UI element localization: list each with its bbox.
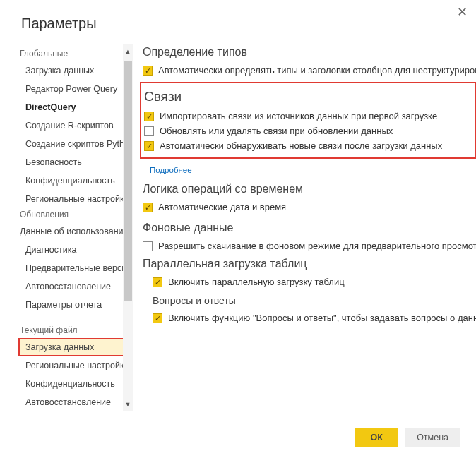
section-time-logic: Логика операций со временем — [143, 181, 476, 200]
checkbox-background-download[interactable] — [143, 241, 153, 251]
scrollbar-thumb[interactable] — [124, 61, 132, 301]
nav-header-current-file: Текущий файл — [18, 321, 133, 338]
nav-item-usage[interactable]: Данные об использовании — [18, 222, 133, 241]
cancel-button[interactable]: Отмена — [405, 428, 460, 447]
opt-parallel-load: ✓ Включить параллельную загрузку таблиц — [143, 275, 476, 289]
opt-background-download: Разрешить скачивание в фоновом режиме дл… — [143, 239, 476, 253]
opt-qna: ✓ Включить функцию "Вопросы и ответы", ч… — [143, 311, 476, 325]
link-relations-more[interactable]: Подробнее — [143, 162, 476, 181]
nav-item-diagnostics[interactable]: Диагностика — [18, 241, 133, 259]
nav-item-file-autorecover[interactable]: Автовосстановление — [18, 393, 133, 411]
nav-item-updates[interactable]: Обновления — [18, 208, 133, 222]
dialog-title: Параметры — [0, 0, 476, 44]
chevron-down-icon[interactable]: ▼ — [124, 399, 132, 410]
nav-item-privacy[interactable]: Конфиденциальность — [18, 171, 133, 190]
checkbox-parallel-load[interactable]: ✓ — [153, 277, 162, 287]
opt-update-relations: Обновлять или удалять связи при обновлен… — [144, 123, 472, 138]
close-icon[interactable]: ✕ — [457, 6, 468, 18]
section-qna: Вопросы и ответы — [143, 289, 476, 311]
section-type-detection: Определение типов — [143, 44, 476, 63]
nav-item-autorecover[interactable]: Автовосстановление — [18, 277, 133, 296]
nav-item-data-load[interactable]: Загрузка данных — [18, 61, 133, 80]
opt-auto-detect-types: ✓ Автоматически определять типы и заголо… — [143, 63, 476, 78]
nav-item-directquery[interactable]: DirectQuery — [18, 98, 133, 116]
opt-auto-datetime: ✓ Автоматические дата и время — [143, 200, 476, 215]
opt-import-relations: ✓ Импортировать связи из источников данн… — [144, 109, 472, 123]
label-autodetect-relations: Автоматически обнаруживать новые связи п… — [160, 140, 442, 151]
dialog-footer: ОК Отмена — [355, 428, 460, 447]
nav-item-python-scripts[interactable]: Создание скриптов Python — [18, 135, 133, 153]
relations-highlight: Связи ✓ Импортировать связи из источнико… — [140, 82, 476, 159]
nav-item-file-privacy[interactable]: Конфиденциальность — [18, 375, 133, 393]
nav-item-security[interactable]: Безопасность — [18, 153, 133, 171]
label-auto-datetime: Автоматические дата и время — [158, 202, 286, 212]
opt-autodetect-relations: ✓ Автоматически обнаруживать новые связи… — [144, 138, 472, 153]
label-auto-detect-types: Автоматически определять типы и заголовк… — [158, 65, 476, 76]
nav-item-file-regional[interactable]: Региональные настройки — [18, 356, 133, 375]
checkbox-qna[interactable]: ✓ — [153, 313, 162, 323]
nav-item-pq-editor[interactable]: Редактор Power Query — [18, 80, 133, 98]
nav-item-preview[interactable]: Предварительные версии функций — [18, 259, 133, 277]
nav-item-r-scripts[interactable]: Создание R-скриптов — [18, 116, 133, 135]
label-import-relations: Импортировать связи из источников данных… — [160, 111, 437, 121]
section-relations: Связи — [144, 88, 472, 109]
sidebar: Глобальные Загрузка данных Редактор Powe… — [18, 44, 133, 411]
label-qna: Включить функцию "Вопросы и ответы", что… — [168, 313, 476, 323]
checkbox-update-relations[interactable] — [144, 126, 154, 136]
chevron-up-icon[interactable]: ▲ — [124, 46, 132, 57]
checkbox-auto-datetime[interactable]: ✓ — [143, 203, 153, 212]
checkbox-import-relations[interactable]: ✓ — [144, 112, 154, 121]
checkbox-auto-detect-types[interactable]: ✓ — [143, 66, 153, 76]
checkbox-autodetect-relations[interactable]: ✓ — [144, 141, 154, 151]
nav-item-file-data-load[interactable]: Загрузка данных — [18, 338, 133, 356]
label-background-download: Разрешить скачивание в фоновом режиме дл… — [158, 241, 476, 251]
section-parallel: Параллельная загрузка таблиц — [143, 253, 476, 275]
label-update-relations: Обновлять или удалять связи при обновлен… — [160, 126, 393, 136]
nav-header-global: Глобальные — [18, 44, 133, 61]
nav-item-report-settings[interactable]: Параметры отчета — [18, 296, 133, 314]
label-parallel-load: Включить параллельную загрузку таблиц — [168, 277, 345, 287]
sidebar-scrollbar[interactable]: ▲ ▼ — [123, 44, 133, 411]
ok-button[interactable]: ОК — [355, 428, 398, 447]
nav-item-regional[interactable]: Региональные настройки — [18, 190, 133, 208]
content-pane: Определение типов ✓ Автоматически опреде… — [133, 44, 476, 411]
section-background: Фоновые данные — [143, 215, 476, 239]
